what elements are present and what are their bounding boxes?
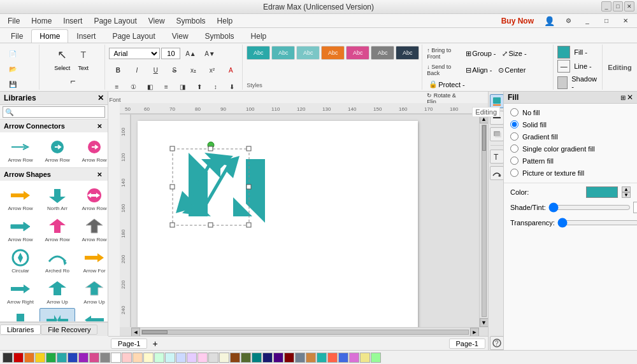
- list-item[interactable]: North Arr: [39, 183, 75, 213]
- center-button[interactable]: ⊙ Center: [496, 62, 528, 78]
- fill-option-no-fill[interactable]: No fill: [504, 106, 637, 118]
- palette-light-sea-green[interactable]: [317, 353, 327, 363]
- palette-royal-blue[interactable]: [338, 353, 348, 363]
- fill-dropdown-button[interactable]: Fill -: [571, 47, 590, 57]
- vscrollbar-track[interactable]: [482, 125, 487, 317]
- select-button[interactable]: ↖: [52, 46, 73, 64]
- palette-tomato[interactable]: [327, 353, 338, 363]
- palette-light-red[interactable]: [122, 353, 132, 363]
- palette-pale-green[interactable]: [371, 353, 381, 363]
- settings-icon[interactable]: ⚙: [559, 13, 577, 29]
- palette-yellow[interactable]: [35, 353, 45, 363]
- align-middle-button[interactable]: ↕: [208, 79, 223, 94]
- scroll-down-button[interactable]: ▼: [480, 318, 489, 327]
- tab-help[interactable]: Help: [243, 29, 275, 43]
- shadow-dropdown-button[interactable]: Shadow -: [569, 74, 599, 92]
- underline-button[interactable]: U: [147, 62, 165, 78]
- send-to-back-button[interactable]: ↓ Send to Back: [426, 62, 462, 78]
- palette-orange[interactable]: [24, 353, 34, 363]
- help-icon-button[interactable]: ?: [490, 336, 504, 350]
- palette-indigo[interactable]: [273, 353, 283, 363]
- color-spin-up[interactable]: ▲: [622, 186, 631, 192]
- minimize2-icon[interactable]: _: [578, 13, 596, 29]
- arrow-shapes-close-icon[interactable]: ✕: [95, 170, 104, 179]
- bullet-button[interactable]: ≡: [109, 79, 124, 94]
- tab-symbols[interactable]: Symbols: [197, 29, 243, 43]
- list-item[interactable]: Arrow Row: [76, 135, 112, 165]
- menu-home[interactable]: Home: [26, 15, 57, 27]
- list-item[interactable]: Arrow Right: [3, 277, 38, 307]
- bold-button[interactable]: B: [109, 62, 127, 78]
- align-button[interactable]: ⊟ Align -: [463, 62, 494, 78]
- list-item[interactable]: Arrow Row: [76, 183, 108, 213]
- tab-file[interactable]: File: [3, 29, 31, 43]
- list-item[interactable]: Arrow For: [76, 246, 108, 276]
- vertical-scrollbar[interactable]: ▲ ▼: [479, 115, 488, 327]
- open-button[interactable]: 📂: [4, 61, 22, 76]
- palette-gray[interactable]: [100, 353, 110, 363]
- palette-light-pink[interactable]: [197, 353, 208, 363]
- protect-button[interactable]: 🔒 Protect -: [426, 79, 468, 90]
- palette-light-orange[interactable]: [132, 353, 143, 363]
- shade-slider[interactable]: [548, 204, 631, 211]
- close-button[interactable]: ✕: [624, 1, 634, 11]
- superscript-button[interactable]: x²: [203, 62, 221, 78]
- page-1-tab[interactable]: Page-1: [111, 339, 147, 349]
- vscrollbar-thumb[interactable]: [482, 125, 486, 151]
- swatch-teal[interactable]: Abc: [247, 46, 270, 60]
- arrow-shapes-header[interactable]: Arrow Shapes ✕: [0, 168, 108, 181]
- scrollbar-track[interactable]: [141, 330, 469, 335]
- close2-icon[interactable]: ✕: [617, 13, 634, 29]
- strikethrough-button[interactable]: S: [166, 62, 183, 78]
- library-search-input[interactable]: [3, 106, 105, 118]
- palette-teal[interactable]: [57, 353, 67, 363]
- color-spin-down[interactable]: ▼: [622, 192, 631, 198]
- tab-insert[interactable]: Insert: [68, 29, 104, 43]
- palette-black[interactable]: [3, 353, 13, 363]
- palette-red[interactable]: [13, 353, 24, 363]
- list-item[interactable]: Arched Ro: [39, 246, 75, 276]
- file-recovery-tab[interactable]: File Recovery: [41, 325, 97, 335]
- tab-view[interactable]: View: [164, 29, 197, 43]
- list-item[interactable]: Arrow Row: [39, 214, 75, 244]
- font-size-up-button[interactable]: A▲: [182, 46, 199, 61]
- palette-brown[interactable]: [230, 353, 240, 363]
- color-picker-box[interactable]: [586, 186, 618, 198]
- no-fill-radio[interactable]: [510, 108, 519, 116]
- new-button[interactable]: 📄: [4, 46, 22, 61]
- canvas-page[interactable]: [138, 121, 418, 336]
- list-item[interactable]: Arrow Row: [76, 214, 108, 244]
- swatch-dark[interactable]: Abc: [396, 46, 419, 60]
- palette-green[interactable]: [46, 353, 56, 363]
- align-bottom-button[interactable]: ⬇: [224, 79, 240, 94]
- connector-style-icon-button[interactable]: [490, 166, 504, 180]
- tab-page-layout[interactable]: Page Layout: [104, 29, 163, 43]
- list-item[interactable]: Circular: [3, 246, 38, 276]
- palette-light-blue[interactable]: [176, 353, 186, 363]
- transparency-slider[interactable]: [557, 220, 637, 226]
- page-view-tab[interactable]: Page-1: [449, 339, 485, 349]
- libraries-close-icon[interactable]: ✕: [97, 94, 104, 102]
- fill-option-gradient[interactable]: Gradient fill: [504, 130, 637, 143]
- swatch-teal2[interactable]: Abc: [271, 46, 295, 60]
- picture-fill-radio[interactable]: [510, 169, 519, 177]
- swatch-gray[interactable]: Abc: [371, 46, 394, 60]
- scroll-right-button[interactable]: ►: [470, 328, 479, 337]
- pattern-fill-radio[interactable]: [510, 157, 519, 165]
- font-size-down-button[interactable]: A▼: [201, 46, 218, 61]
- palette-slate-gray[interactable]: [295, 353, 305, 363]
- shadow-icon-button[interactable]: [490, 127, 504, 141]
- bring-to-front-button[interactable]: ↑ Bring to Front: [426, 46, 462, 61]
- libraries-tab[interactable]: Libraries: [0, 325, 41, 335]
- palette-dark-green[interactable]: [241, 353, 251, 363]
- save-button[interactable]: 💾: [4, 76, 22, 92]
- buy-now-button[interactable]: Buy Now: [496, 15, 539, 27]
- group-button[interactable]: ⊞ Group -: [463, 46, 498, 61]
- text-style-icon-button[interactable]: T: [490, 150, 504, 164]
- fill-color-swatch[interactable]: [557, 46, 570, 59]
- list-item[interactable]: Arrow Row: [3, 214, 38, 244]
- palette-light-yellow[interactable]: [143, 353, 154, 363]
- palette-blue[interactable]: [68, 353, 78, 363]
- scrollbar-thumb[interactable]: [142, 330, 168, 334]
- palette-purple[interactable]: [78, 353, 89, 363]
